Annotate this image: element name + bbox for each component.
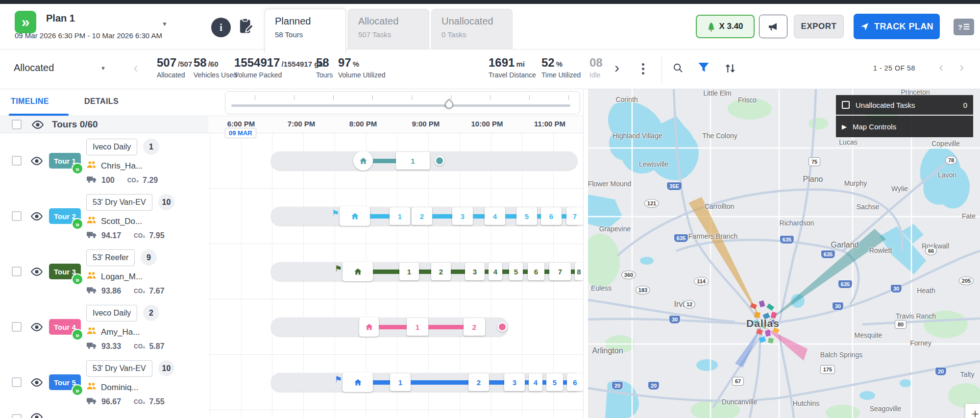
tour-visibility-eye-icon[interactable] — [30, 157, 43, 167]
map-city-label: Lewisville — [639, 160, 668, 168]
vehicle-type-chip[interactable]: 53' Reefer — [86, 249, 135, 266]
stop-marker[interactable]: 1 — [390, 207, 410, 225]
stop-marker[interactable]: 1 — [399, 263, 419, 280]
stop-marker[interactable]: 3 — [452, 207, 473, 225]
timeline-range-header — [208, 89, 583, 116]
stop-marker[interactable]: 1 — [390, 373, 411, 391]
stop-marker[interactable]: 6 — [541, 207, 562, 225]
plan-tab-allocated[interactable]: Allocated507 Tasks — [348, 9, 429, 53]
stop-marker[interactable]: 3 — [465, 263, 485, 280]
tour-checkbox[interactable] — [12, 414, 22, 418]
vehicle-type-chip[interactable]: 53' Dry Van-EV — [86, 194, 152, 211]
vehicle-type-chip[interactable]: Iveco Daily — [86, 305, 137, 321]
tour-end-dot[interactable] — [435, 156, 444, 166]
announcement-button[interactable] — [759, 15, 787, 38]
tour-checkbox[interactable] — [12, 377, 22, 387]
tour-checkbox[interactable] — [12, 267, 22, 276]
tour-row-left: Tour 3»53' Reefer9Logan_M...93.86CO₂7.67 — [0, 244, 208, 299]
page-next-icon[interactable]: › — [959, 59, 964, 75]
edit-plan-icon[interactable] — [236, 17, 255, 35]
stats-scroll-left-icon[interactable]: ‹ — [133, 59, 138, 76]
depot-home-marker[interactable] — [343, 262, 373, 281]
map-city-label: Highland Village — [613, 132, 662, 140]
tour-metrics-line: 94.17CO₂7.95 — [86, 231, 165, 241]
stop-marker[interactable]: 7 — [566, 207, 583, 225]
stop-marker[interactable]: 2 — [468, 373, 489, 391]
stop-marker[interactable]: 4 — [489, 263, 502, 280]
unallocated-tasks-row[interactable]: Unallocated Tasks 0 — [836, 95, 973, 115]
stop-marker[interactable]: 2 — [464, 318, 485, 336]
tour-end-dot[interactable] — [497, 322, 507, 332]
tour-checkbox[interactable] — [12, 156, 22, 166]
stop-marker[interactable]: 3 — [504, 373, 525, 391]
stop-marker[interactable]: 4 — [529, 373, 542, 391]
vehicle-type-chip[interactable]: 53' Dry Van-EV — [86, 360, 152, 377]
map-zoom-in-button[interactable]: + — [965, 404, 980, 418]
stop-marker[interactable]: 1 — [396, 152, 430, 170]
tour-visibility-eye-icon[interactable] — [30, 268, 43, 278]
map-pane[interactable]: CorinthLittle ElmFriscoPrincetonHighland… — [588, 89, 980, 418]
track-plan-button[interactable]: TRACK PLAN — [854, 14, 940, 39]
stats-scroll-right-icon[interactable]: › — [614, 59, 619, 76]
stop-marker[interactable]: 2 — [431, 263, 451, 280]
tour-visibility-eye-icon[interactable] — [30, 212, 43, 222]
tour-row-left: Tour 2»53' Dry Van-EV10Scott_Do...94.17C… — [0, 189, 208, 244]
sort-icon[interactable] — [724, 62, 736, 76]
tours-list-header: Tours 0/60 — [0, 116, 208, 133]
eco-multiplier-badge[interactable]: X 3.40 — [696, 15, 755, 38]
travel-segment — [473, 214, 485, 219]
stop-marker[interactable]: 1 — [407, 318, 428, 336]
stop-marker[interactable]: 6 — [567, 373, 583, 391]
stop-marker[interactable]: 5 — [546, 373, 563, 391]
tour-checkbox[interactable] — [12, 322, 22, 332]
depot-home-marker[interactable] — [353, 151, 373, 171]
tab-details[interactable]: DETAILS — [84, 97, 119, 106]
travel-segment — [451, 270, 465, 274]
road-shield: 635 — [674, 234, 688, 243]
filter-icon[interactable] — [698, 62, 710, 75]
tour-visibility-eye-icon[interactable] — [30, 323, 43, 333]
top-strip — [0, 0, 980, 4]
stop-marker[interactable]: 4 — [485, 207, 505, 225]
travel-segment — [525, 380, 529, 385]
truck-icon — [86, 231, 98, 241]
slider-track[interactable] — [231, 104, 570, 107]
export-button[interactable]: EXPORT — [794, 15, 844, 38]
plan-tab-planned[interactable]: Planned58 Tours — [265, 9, 346, 53]
unallocated-tasks-checkbox[interactable] — [842, 101, 850, 109]
plan-dropdown-caret-icon[interactable]: ▼ — [162, 21, 168, 27]
depot-home-marker[interactable] — [359, 317, 379, 337]
more-options-icon[interactable] — [642, 61, 645, 76]
tour-checkbox[interactable] — [12, 211, 22, 221]
tour-visibility-eye-icon[interactable] — [30, 378, 43, 389]
timeline-range-slider[interactable] — [225, 91, 580, 114]
view-selector-caret-icon[interactable]: ▼ — [100, 65, 106, 71]
stop-marker[interactable]: 8 — [575, 263, 583, 280]
stop-marker[interactable]: 7 — [549, 263, 571, 280]
map-controls-row[interactable]: ▶ Map Controls — [836, 116, 973, 137]
help-icon[interactable]: ?☰ — [954, 19, 974, 35]
view-selector[interactable]: Allocated — [14, 62, 54, 74]
depot-home-marker[interactable] — [340, 206, 370, 226]
slider-handle[interactable] — [443, 98, 455, 110]
travel-segment — [563, 380, 567, 385]
tab-timeline[interactable]: TIMELINE — [11, 97, 49, 106]
unallocated-tasks-label: Unallocated Tasks — [856, 101, 915, 109]
tour-visibility-eye-icon[interactable] — [30, 413, 43, 418]
stat-idle: 08Idle — [589, 56, 603, 79]
select-all-checkbox[interactable] — [12, 120, 22, 129]
plan-tab-unallocated[interactable]: Unallocated0 Tasks — [431, 9, 513, 53]
search-icon[interactable] — [672, 62, 684, 76]
stat-label: Travel Distance — [489, 71, 536, 79]
vehicle-type-chip[interactable]: Iveco Daily — [86, 139, 137, 155]
stop-marker[interactable]: 6 — [528, 263, 544, 280]
stop-marker[interactable]: 5 — [516, 207, 537, 225]
road-shield: 30 — [669, 315, 681, 324]
stop-marker[interactable]: 2 — [412, 207, 432, 225]
stat-suffix: /507 — [178, 60, 192, 68]
stop-marker[interactable]: 5 — [509, 263, 523, 280]
info-icon[interactable]: i — [211, 18, 231, 37]
depot-home-marker[interactable] — [343, 372, 373, 392]
toggle-all-visibility-eye-icon[interactable] — [31, 121, 44, 131]
page-prev-icon[interactable]: ‹ — [939, 59, 943, 75]
